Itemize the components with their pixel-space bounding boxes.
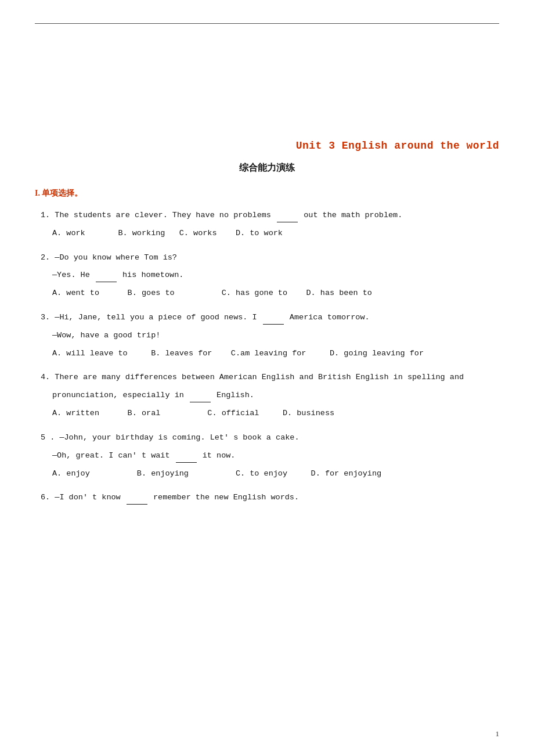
part-label: I. 单项选择。 — [35, 188, 499, 199]
question-2: 2. —Do you know where Tom is? —Yes. He h… — [35, 251, 499, 300]
blank-6 — [127, 504, 147, 505]
question-1-options: A. work B. working C. works D. to work — [41, 227, 499, 240]
blank-2 — [96, 282, 117, 282]
question-5-text-a: 5 . —John, your birthday is coming. Let'… — [41, 431, 499, 445]
part-label-text: I. 单项选择。 — [35, 189, 82, 197]
question-6: 6. —I don' t know remember the new Engli… — [35, 491, 499, 505]
question-4-text-a: 4. There are many differences between Am… — [41, 371, 499, 384]
question-3: 3. —Hi, Jane, tell you a piece of good n… — [35, 311, 499, 359]
page-container: Unit 3 English around the world 综合能力演练 I… — [0, 0, 534, 756]
question-3-text-a: 3. —Hi, Jane, tell you a piece of good n… — [41, 311, 499, 325]
question-5-options: A. enjoy B. enjoying C. to enjoy D. for … — [41, 467, 499, 480]
question-1-text: 1. The students are clever. They have no… — [41, 209, 499, 222]
question-3-options: A. will leave to B. leaves for C.am leav… — [41, 347, 499, 360]
blank-3 — [263, 324, 284, 325]
question-5: 5 . —John, your birthday is coming. Let'… — [35, 431, 499, 480]
blank-4 — [190, 402, 211, 402]
question-2-text-a: 2. —Do you know where Tom is? — [41, 251, 499, 265]
section-title: 综合能力演练 — [35, 162, 499, 174]
question-5-text-b: —Oh, great. I can' t wait it now. — [41, 449, 499, 463]
question-3-text-b: —Wow, have a good trip! — [41, 329, 499, 343]
question-2-text-b: —Yes. He his hometown. — [41, 269, 499, 282]
section-title-text: 综合能力演练 — [239, 163, 295, 172]
question-1: 1. The students are clever. They have no… — [35, 209, 499, 240]
question-4: 4. There are many differences between Am… — [35, 371, 499, 419]
question-4-options: A. written B. oral C. official D. busine… — [41, 407, 499, 420]
blank-1 — [277, 222, 298, 222]
unit-title: Unit 3 English around the world — [35, 140, 499, 152]
question-2-options: A. went to B. goes to C. has gone to D. … — [41, 287, 499, 300]
question-4-text-b: pronunciation, especially in English. — [41, 389, 499, 402]
top-line — [35, 23, 499, 24]
page-number: 1 — [496, 729, 500, 739]
blank-5 — [176, 462, 197, 463]
question-6-text-a: 6. —I don' t know remember the new Engli… — [41, 491, 499, 505]
